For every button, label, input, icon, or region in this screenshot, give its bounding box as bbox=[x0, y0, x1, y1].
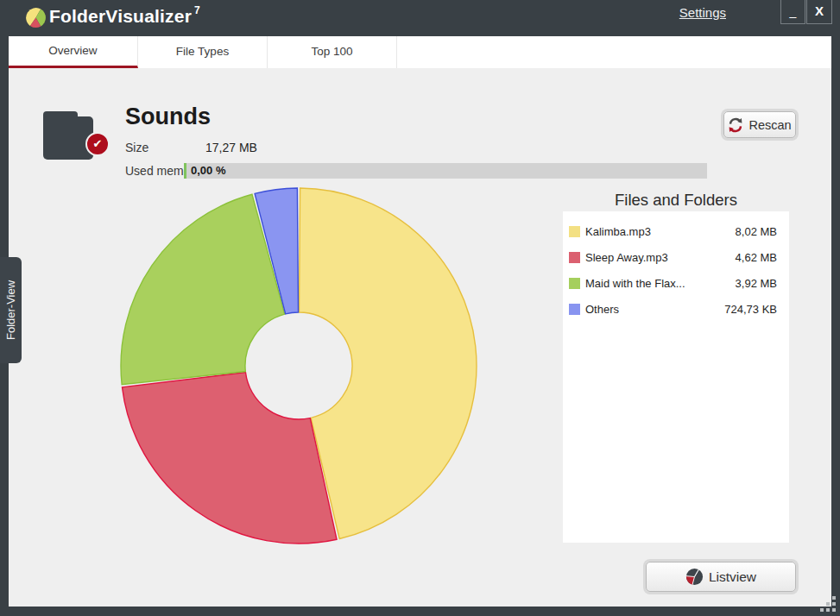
legend-item-size: 4,62 MB bbox=[736, 251, 777, 264]
used-memory-progressbar: 0,00 % bbox=[184, 163, 707, 179]
close-button[interactable]: X bbox=[806, 0, 832, 24]
legend-color-swatch bbox=[569, 278, 580, 289]
app-logo-pie-icon bbox=[25, 7, 47, 28]
donut-slice-2[interactable] bbox=[123, 372, 338, 544]
legend-item[interactable]: Maid with the Flax...3,92 MB bbox=[563, 270, 789, 296]
pie-chart-icon bbox=[685, 568, 704, 586]
app-window: FolderVisualizer7 Settings _ X Overview … bbox=[0, 0, 840, 616]
scan-complete-badge-icon: ✔ bbox=[85, 132, 110, 156]
donut-chart[interactable] bbox=[112, 179, 485, 552]
legend-color-swatch bbox=[569, 226, 580, 237]
settings-link[interactable]: Settings bbox=[679, 5, 726, 20]
legend-item[interactable]: Kalimba.mp38,02 MB bbox=[563, 218, 789, 244]
legend-item-size: 8,02 MB bbox=[736, 225, 777, 238]
rescan-button[interactable]: Rescan bbox=[723, 111, 796, 138]
content-area: ✔ Sounds Size 17,27 MB Used memory 0,00 … bbox=[9, 68, 831, 607]
tab-file-types[interactable]: File Types bbox=[138, 36, 268, 68]
app-version: 7 bbox=[194, 4, 200, 16]
used-memory-fill bbox=[184, 163, 186, 179]
size-label: Size bbox=[125, 141, 148, 154]
title-bar: FolderVisualizer7 Settings _ X bbox=[0, 0, 840, 36]
listview-label: Listview bbox=[709, 569, 756, 585]
sidebar-tab-folder-view[interactable]: Folder-View bbox=[0, 257, 22, 363]
tab-top-100[interactable]: Top 100 bbox=[268, 36, 397, 68]
legend-color-swatch bbox=[569, 304, 580, 315]
legend-item[interactable]: Sleep Away.mp34,62 MB bbox=[563, 244, 789, 270]
app-title: FolderVisualizer7 bbox=[49, 6, 200, 27]
legend-title: Files and Folders bbox=[563, 191, 789, 210]
folder-icon: ✔ bbox=[41, 110, 120, 165]
legend-panel: Kalimba.mp38,02 MBSleep Away.mp34,62 MBM… bbox=[563, 211, 789, 543]
legend-item-name: Kalimba.mp3 bbox=[585, 225, 736, 238]
donut-slice-3[interactable] bbox=[121, 194, 285, 384]
rescan-label: Rescan bbox=[748, 118, 791, 132]
used-memory-value: 0,00 % bbox=[191, 163, 225, 179]
minimize-button[interactable]: _ bbox=[780, 0, 805, 24]
size-value: 17,27 MB bbox=[205, 141, 257, 154]
legend-item-name: Others bbox=[585, 303, 724, 316]
listview-button[interactable]: Listview bbox=[646, 562, 796, 592]
tab-overview[interactable]: Overview bbox=[9, 36, 138, 68]
legend-item-size: 724,73 KB bbox=[724, 303, 777, 316]
legend-item-name: Sleep Away.mp3 bbox=[585, 251, 736, 264]
resize-grip[interactable] bbox=[820, 596, 839, 615]
tab-bar: Overview File Types Top 100 bbox=[9, 36, 831, 68]
folder-icon-body bbox=[43, 116, 93, 160]
refresh-icon bbox=[728, 117, 743, 133]
legend-item-name: Maid with the Flax... bbox=[585, 277, 736, 290]
legend-color-swatch bbox=[569, 252, 580, 263]
page-title: Sounds bbox=[125, 104, 211, 130]
donut-slice-1[interactable] bbox=[299, 188, 477, 539]
legend-item[interactable]: Others724,73 KB bbox=[563, 296, 789, 322]
legend-item-size: 3,92 MB bbox=[736, 277, 777, 290]
folder-view-label: Folder-View bbox=[0, 257, 22, 363]
